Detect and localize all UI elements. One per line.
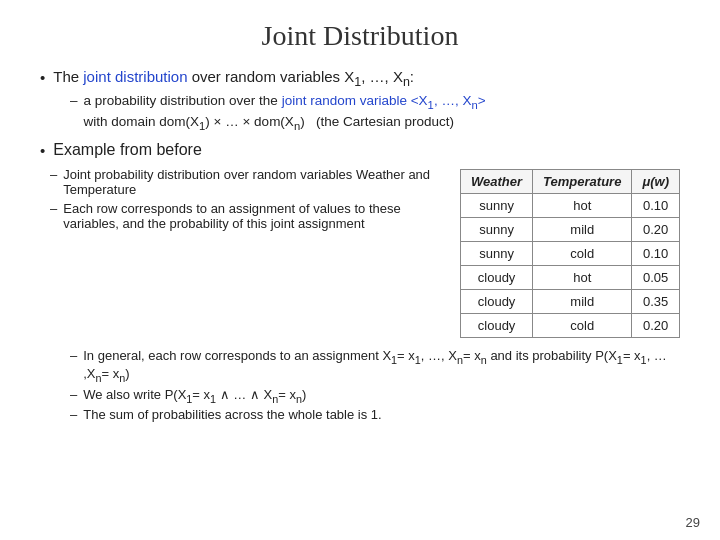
table-cell-0-0: sunny bbox=[461, 194, 533, 218]
highlight-joint-random-variable: joint random variable <X1, …, Xn> bbox=[282, 93, 486, 108]
sub-bullet-1a: – a probability distribution over the jo… bbox=[70, 93, 680, 111]
page-number: 29 bbox=[686, 515, 700, 530]
bullet-2-text: Example from before bbox=[53, 141, 202, 159]
table-cell-5-2: 0.20 bbox=[632, 314, 680, 338]
table-cell-5-0: cloudy bbox=[461, 314, 533, 338]
table-header-weather: Weather bbox=[461, 170, 533, 194]
table-row: cloudyhot0.05 bbox=[461, 266, 680, 290]
bullet-dot-1: • bbox=[40, 69, 45, 86]
bottom-sub-2-text: We also write P(X1= x1 ∧ … ∧ Xn= xn) bbox=[83, 387, 306, 405]
table-row: sunnycold0.10 bbox=[461, 242, 680, 266]
bullet-dot-2: • bbox=[40, 142, 45, 159]
example-sub-2: – Each row corresponds to an assignment … bbox=[50, 201, 440, 231]
example-sub-1: – Joint probability distribution over ra… bbox=[50, 167, 440, 197]
example-sub-2-text: Each row corresponds to an assignment of… bbox=[63, 201, 440, 231]
table-cell-4-2: 0.35 bbox=[632, 290, 680, 314]
example-section: – Joint probability distribution over ra… bbox=[40, 167, 680, 338]
bullet-2-main: • Example from before bbox=[40, 141, 680, 159]
table-row: sunnymild0.20 bbox=[461, 218, 680, 242]
slide: Joint Distribution • The joint distribut… bbox=[0, 0, 720, 540]
table-cell-4-1: mild bbox=[533, 290, 632, 314]
sub-bullet-1b: – with domain dom(X1) × … × dom(Xn) (the… bbox=[70, 114, 680, 132]
table-header-temperature: Temperature bbox=[533, 170, 632, 194]
bottom-sub-3-text: The sum of probabilities across the whol… bbox=[83, 407, 381, 422]
table-cell-0-2: 0.10 bbox=[632, 194, 680, 218]
slide-title: Joint Distribution bbox=[40, 20, 680, 52]
table-cell-5-1: cold bbox=[533, 314, 632, 338]
bottom-sub-1: – In general, each row corresponds to an… bbox=[70, 348, 680, 383]
highlight-joint-distribution: joint distribution bbox=[83, 68, 187, 85]
table-cell-0-1: hot bbox=[533, 194, 632, 218]
table-row: cloudycold0.20 bbox=[461, 314, 680, 338]
bottom-bullets: – In general, each row corresponds to an… bbox=[40, 348, 680, 422]
bullet-2-section: • Example from before – Joint probabilit… bbox=[40, 141, 680, 338]
bullet-1-section: • The joint distribution over random var… bbox=[40, 68, 680, 131]
bottom-sub-2: – We also write P(X1= x1 ∧ … ∧ Xn= xn) bbox=[70, 387, 680, 405]
table-cell-1-1: mild bbox=[533, 218, 632, 242]
sub-bullet-1a-text: a probability distribution over the join… bbox=[84, 93, 486, 111]
bullet-1-text: The joint distribution over random varia… bbox=[53, 68, 414, 89]
bullet-1-main: • The joint distribution over random var… bbox=[40, 68, 680, 89]
table-cell-2-2: 0.10 bbox=[632, 242, 680, 266]
table-cell-3-2: 0.05 bbox=[632, 266, 680, 290]
table-row: cloudymild0.35 bbox=[461, 290, 680, 314]
bottom-sub-3: – The sum of probabilities across the wh… bbox=[70, 407, 680, 422]
table-cell-2-1: cold bbox=[533, 242, 632, 266]
table-header-mu: μ(w) bbox=[632, 170, 680, 194]
example-sub-1-text: Joint probability distribution over rand… bbox=[63, 167, 440, 197]
sub-bullet-1b-text: with domain dom(X1) × … × dom(Xn) (the C… bbox=[84, 114, 454, 132]
bottom-sub-1-text: In general, each row corresponds to an a… bbox=[83, 348, 680, 383]
table-cell-2-0: sunny bbox=[461, 242, 533, 266]
example-text-block: – Joint probability distribution over ra… bbox=[40, 167, 440, 235]
probability-table: Weather Temperature μ(w) sunnyhot0.10sun… bbox=[460, 169, 680, 338]
table-cell-3-0: cloudy bbox=[461, 266, 533, 290]
table-cell-1-2: 0.20 bbox=[632, 218, 680, 242]
table-row: sunnyhot0.10 bbox=[461, 194, 680, 218]
table-cell-3-1: hot bbox=[533, 266, 632, 290]
table-cell-4-0: cloudy bbox=[461, 290, 533, 314]
table-cell-1-0: sunny bbox=[461, 218, 533, 242]
